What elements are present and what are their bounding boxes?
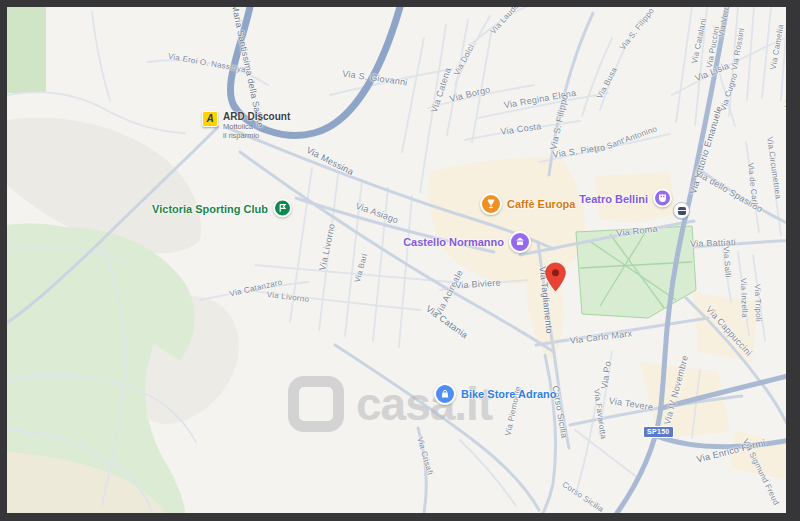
ard-logo-icon: A	[202, 111, 218, 127]
map-canvas[interactable]: Via Maria Santissima della Salute Via Er…	[0, 0, 800, 521]
street-label: Via Tripoli	[753, 284, 763, 322]
frame-border-top	[0, 0, 800, 7]
route-badge: SP150	[643, 426, 674, 438]
theater-masks-icon	[653, 189, 672, 208]
sports-flag-icon	[273, 199, 292, 218]
poi-name: Castello Normanno	[403, 236, 504, 248]
poi-name: ARD Discount	[223, 111, 290, 122]
map-screenshot: Via Maria Santissima della Salute Via Er…	[0, 0, 800, 521]
railway-station-icon[interactable]	[673, 202, 690, 219]
poi-victoria-sporting-club[interactable]: Victoria Sporting Club	[152, 199, 292, 218]
casa-house-icon	[288, 376, 344, 432]
poi-subtitle: Mottolica	[223, 122, 290, 131]
poi-bike-store-adrano[interactable]: Bike Store Adrano	[434, 383, 557, 405]
cafe-cup-icon	[480, 193, 502, 215]
poi-ard-discount[interactable]: A ARD Discount Mottolica il risparmio	[202, 111, 290, 140]
poi-castello-normanno[interactable]: Castello Normanno	[403, 231, 531, 253]
poi-name: Victoria Sporting Club	[152, 202, 268, 214]
landmark-icon	[509, 231, 531, 253]
poi-teatro-bellini[interactable]: Teatro Bellini	[579, 189, 672, 208]
frame-border-bottom	[0, 513, 800, 521]
poi-name: Bike Store Adrano	[461, 388, 557, 400]
poi-name: Teatro Bellini	[579, 192, 648, 204]
poi-name: Caffè Europa	[507, 198, 575, 210]
shopping-bag-icon	[434, 383, 456, 405]
red-map-pin[interactable]	[544, 262, 567, 296]
poi-subtitle: il risparmio	[223, 131, 290, 140]
frame-border-right	[786, 0, 800, 521]
frame-border-left	[0, 0, 7, 521]
street-label: Via Inzella	[739, 278, 749, 318]
poi-caffe-europa[interactable]: Caffè Europa	[480, 193, 575, 215]
